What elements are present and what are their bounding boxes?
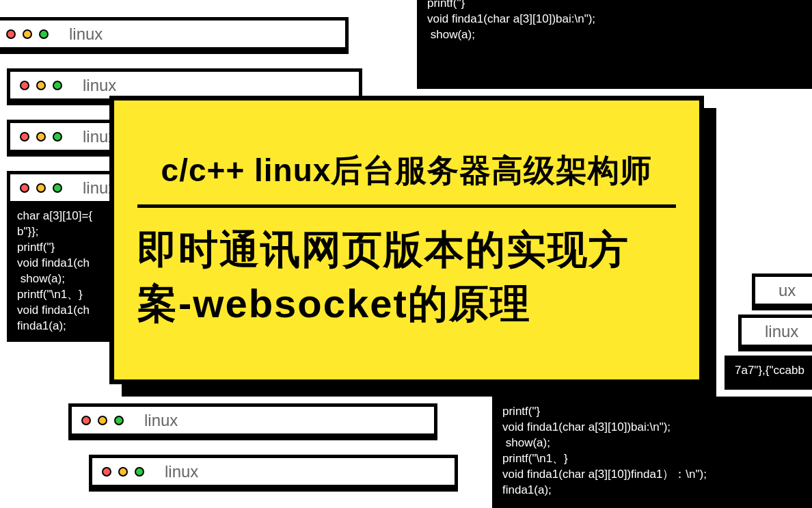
close-dot-icon xyxy=(20,132,29,142)
title-card: c/c++ linux后台服务器高级架构师 即时通讯网页版本的实现方案-webs… xyxy=(109,96,704,384)
terminal-fragment-2: linux xyxy=(738,315,812,351)
code-block: char a[3][10]={{"gehajl"},{"788a987a7"},… xyxy=(420,0,810,85)
code-block: printf("} void finda1(char a[3][10])bai:… xyxy=(496,400,812,508)
terminal-title: linux xyxy=(765,322,798,341)
terminal-window-1: linux xyxy=(0,17,349,54)
card-title: c/c++ linux后台服务器高级架构师 xyxy=(137,150,676,192)
terminal-title: linux xyxy=(83,76,116,95)
terminal-bottom-code: printf("} void finda1(char a[3][10])bai:… xyxy=(492,397,812,508)
terminal-header: linux xyxy=(0,21,345,51)
maximize-dot-icon xyxy=(53,132,62,142)
maximize-dot-icon xyxy=(39,29,49,39)
maximize-dot-icon xyxy=(53,81,62,90)
terminal-title: linux xyxy=(69,25,103,44)
maximize-dot-icon xyxy=(114,416,124,425)
terminal-window-6: linux xyxy=(89,455,458,492)
terminal-title: linux xyxy=(144,411,178,430)
minimize-dot-icon xyxy=(118,467,128,477)
terminal-header: ux xyxy=(755,277,812,307)
terminal-top-code: char a[3][10]={{"gehajl"},{"788a987a7"},… xyxy=(417,0,812,89)
maximize-dot-icon xyxy=(135,467,144,477)
terminal-title: ux xyxy=(779,281,796,300)
card-subtitle: 即时通讯网页版本的实现方案-websocket的原理 xyxy=(137,223,676,330)
terminal-title: linux xyxy=(165,462,198,481)
minimize-dot-icon xyxy=(23,29,32,39)
maximize-dot-icon xyxy=(53,183,62,193)
terminal-window-5: linux xyxy=(68,403,437,440)
close-dot-icon xyxy=(6,29,16,39)
code-block: 7a7"},{"ccabb xyxy=(728,359,812,386)
terminal-header: linux xyxy=(742,318,812,348)
terminal-header: linux xyxy=(72,407,434,437)
minimize-dot-icon xyxy=(36,183,46,193)
terminal-header: linux xyxy=(92,458,455,488)
minimize-dot-icon xyxy=(36,81,46,90)
close-dot-icon xyxy=(102,467,111,477)
close-dot-icon xyxy=(20,183,29,193)
card-main: c/c++ linux后台服务器高级架构师 即时通讯网页版本的实现方案-webs… xyxy=(109,96,704,384)
close-dot-icon xyxy=(20,81,29,90)
terminal-fragment-3: 7a7"},{"ccabb xyxy=(725,356,812,390)
card-divider xyxy=(137,204,676,208)
minimize-dot-icon xyxy=(98,416,107,425)
minimize-dot-icon xyxy=(36,132,46,142)
terminal-fragment-1: ux xyxy=(752,273,812,310)
close-dot-icon xyxy=(81,416,91,425)
